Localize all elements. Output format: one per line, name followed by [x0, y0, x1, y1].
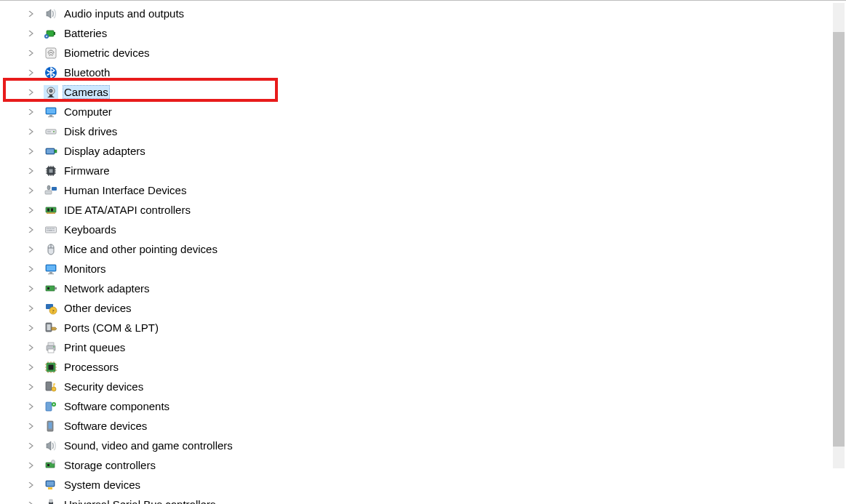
device-category-mice[interactable]: Mice and other pointing devices: [28, 239, 846, 259]
expand-chevron-icon[interactable]: [28, 30, 35, 37]
device-category-batteries[interactable]: Batteries: [28, 23, 846, 43]
expand-chevron-icon[interactable]: [28, 10, 35, 17]
device-category-label: Monitors: [63, 263, 108, 275]
fingerprint-icon: [44, 46, 58, 60]
expand-chevron-icon[interactable]: [28, 364, 35, 371]
device-category-usb[interactable]: Universal Serial Bus controllers: [28, 495, 846, 504]
expand-chevron-icon[interactable]: [28, 187, 35, 194]
device-tree[interactable]: Audio inputs and outputsBatteriesBiometr…: [0, 1, 846, 504]
expand-chevron-icon[interactable]: [28, 246, 35, 253]
device-category-label: Firmware: [63, 164, 111, 177]
device-category-keyboards[interactable]: Keyboards: [28, 220, 846, 239]
device-category-printq[interactable]: Print queues: [28, 337, 846, 357]
monitor-icon: [44, 105, 58, 119]
device-category-label: Display adapters: [63, 145, 147, 157]
system-device-icon: [44, 478, 58, 492]
device-category-swcomp[interactable]: Software components: [28, 396, 846, 416]
device-category-biometric[interactable]: Biometric devices: [28, 43, 846, 63]
vertical-scrollbar-track[interactable]: [833, 3, 845, 468]
printer-icon: [44, 340, 58, 355]
expand-chevron-icon[interactable]: [28, 148, 35, 155]
software-device-icon: [44, 419, 58, 433]
expand-chevron-icon[interactable]: [28, 442, 35, 449]
device-category-label: Network adapters: [63, 282, 151, 295]
expand-chevron-icon[interactable]: [28, 128, 35, 135]
expand-chevron-icon[interactable]: [28, 324, 35, 332]
chip-icon: [44, 164, 58, 178]
expand-chevron-icon[interactable]: [28, 265, 35, 273]
device-category-label: Batteries: [63, 27, 108, 39]
device-category-cameras[interactable]: Cameras: [28, 82, 846, 102]
device-category-firmware[interactable]: Firmware: [28, 161, 846, 180]
expand-chevron-icon[interactable]: [28, 481, 35, 489]
device-category-label: Keyboards: [63, 223, 118, 236]
monitor-icon: [44, 262, 58, 276]
expand-chevron-icon[interactable]: [28, 423, 35, 430]
device-category-label: Biometric devices: [63, 47, 151, 59]
expand-chevron-icon[interactable]: [28, 285, 35, 292]
software-component-icon: [44, 399, 58, 414]
device-category-label: Software devices: [63, 420, 148, 432]
device-category-storage[interactable]: Storage controllers: [28, 455, 846, 475]
device-category-monitors[interactable]: Monitors: [28, 259, 846, 279]
device-category-label: Cameras: [63, 85, 110, 99]
mouse-icon: [44, 242, 58, 257]
device-category-processors[interactable]: Processors: [28, 357, 846, 377]
port-icon: [44, 321, 58, 335]
processor-icon: [44, 360, 58, 375]
device-category-label: Storage controllers: [63, 459, 157, 471]
device-category-computer[interactable]: Computer: [28, 102, 846, 121]
unknown-device-icon: [44, 301, 58, 316]
device-category-security[interactable]: Security devices: [28, 377, 846, 396]
expand-chevron-icon[interactable]: [28, 383, 35, 391]
device-category-label: Audio inputs and outputs: [63, 7, 185, 20]
device-category-label: IDE ATA/ATAPI controllers: [63, 204, 192, 216]
expand-chevron-icon[interactable]: [28, 305, 35, 312]
device-category-other[interactable]: Other devices: [28, 298, 846, 318]
expand-chevron-icon[interactable]: [28, 167, 35, 175]
usb-icon: [44, 497, 58, 505]
expand-chevron-icon[interactable]: [28, 344, 35, 351]
ide-icon: [44, 203, 58, 217]
device-category-label: Mice and other pointing devices: [63, 243, 219, 255]
device-category-audio[interactable]: Audio inputs and outputs: [28, 4, 846, 23]
device-category-label: Processors: [63, 361, 120, 373]
device-category-bluetooth[interactable]: Bluetooth: [28, 63, 846, 82]
expand-chevron-icon[interactable]: [28, 403, 35, 410]
speaker-icon: [44, 7, 58, 21]
expand-chevron-icon[interactable]: [28, 462, 35, 469]
expand-chevron-icon[interactable]: [28, 226, 35, 233]
security-icon: [44, 380, 58, 394]
device-category-sound[interactable]: Sound, video and game controllers: [28, 436, 846, 455]
device-category-label: Bluetooth: [63, 66, 111, 79]
vertical-scrollbar-thumb[interactable]: [833, 32, 845, 447]
device-category-diskdrives[interactable]: Disk drives: [28, 121, 846, 141]
device-category-label: Security devices: [63, 380, 145, 393]
expand-chevron-icon[interactable]: [28, 207, 35, 214]
device-category-label: Print queues: [63, 341, 127, 353]
expand-chevron-icon[interactable]: [28, 89, 35, 96]
device-category-swdev[interactable]: Software devices: [28, 416, 846, 436]
device-category-label: Other devices: [63, 302, 133, 314]
speaker-icon: [44, 439, 58, 453]
expand-chevron-icon[interactable]: [28, 501, 35, 505]
keyboard-icon: [44, 223, 58, 237]
device-category-ide[interactable]: IDE ATA/ATAPI controllers: [28, 200, 846, 220]
device-category-label: Software components: [63, 400, 171, 412]
device-category-display[interactable]: Display adapters: [28, 141, 846, 161]
device-category-label: Ports (COM & LPT): [63, 321, 160, 334]
device-category-ports[interactable]: Ports (COM & LPT): [28, 318, 846, 337]
device-category-label: System devices: [63, 479, 142, 491]
device-category-system[interactable]: System devices: [28, 475, 846, 495]
device-category-label: Computer: [63, 105, 113, 118]
device-category-network[interactable]: Network adapters: [28, 279, 846, 298]
storage-controller-icon: [44, 458, 58, 473]
hid-icon: [44, 183, 58, 198]
expand-chevron-icon[interactable]: [28, 108, 35, 116]
display-adapter-icon: [44, 144, 58, 159]
device-category-label: Human Interface Devices: [63, 184, 188, 196]
expand-chevron-icon[interactable]: [28, 69, 35, 76]
battery-icon: [44, 26, 58, 41]
expand-chevron-icon[interactable]: [28, 49, 35, 57]
device-category-hid[interactable]: Human Interface Devices: [28, 180, 846, 200]
